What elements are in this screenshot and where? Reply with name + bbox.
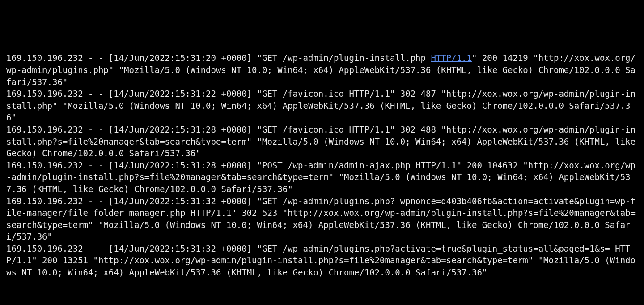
log-line: 169.150.196.232 - - [14/Jun/2022:15:31:2… xyxy=(6,89,636,122)
log-line: 169.150.196.232 - - [14/Jun/2022:15:31:3… xyxy=(6,196,636,242)
log-line: 169.150.196.232 - - [14/Jun/2022:15:31:3… xyxy=(6,244,636,277)
http-protocol-link[interactable]: HTTP/1.1 xyxy=(431,53,472,63)
log-line: 169.150.196.232 - - [14/Jun/2022:15:31:2… xyxy=(6,53,431,63)
log-line: 169.150.196.232 - - [14/Jun/2022:15:31:2… xyxy=(6,125,640,158)
log-output: 169.150.196.232 - - [14/Jun/2022:15:31:2… xyxy=(6,52,638,278)
log-line: 169.150.196.232 - - [14/Jun/2022:15:31:2… xyxy=(6,160,636,194)
